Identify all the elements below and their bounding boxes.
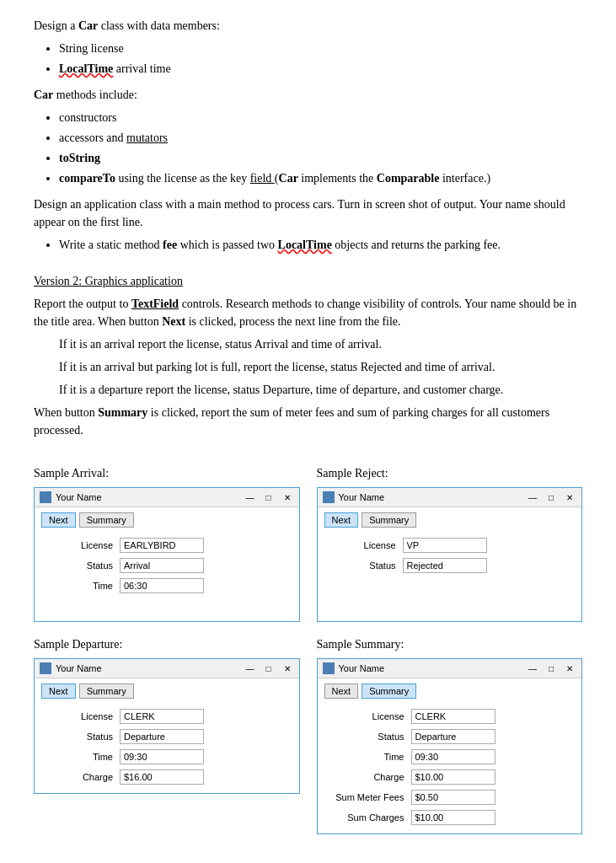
summary-button[interactable]: Summary [79, 512, 134, 528]
list-item: constructors [59, 109, 582, 126]
car-methods-list: constructors accessors and mutators toSt… [59, 109, 582, 187]
car-methods-label: Car methods include: [34, 86, 582, 104]
field-row-license: License [50, 538, 292, 553]
section-app-design: Design an application class with a main … [34, 196, 582, 254]
condition1: If it is an arrival report the license, … [59, 335, 582, 353]
list-item: toString [59, 149, 582, 167]
field-row-charge: Charge [333, 769, 576, 785]
samples-row-1: Sample Arrival: Your Name — □ ✕ Next [34, 464, 582, 622]
close-button[interactable]: ✕ [281, 662, 294, 675]
win-toolbar: Next Summary [41, 512, 292, 528]
win-title-text: Your Name [56, 663, 102, 673]
field-label-status: Status [333, 732, 404, 742]
maximize-button[interactable]: □ [262, 490, 276, 504]
car-intro: Design a Car class with data members: [34, 17, 582, 35]
maximize-button[interactable]: □ [544, 490, 558, 504]
next-button[interactable]: Next [41, 683, 76, 699]
field-row-charge: Charge [50, 769, 292, 785]
field-label-status: Status [333, 560, 396, 571]
field-input-license[interactable] [120, 538, 204, 553]
summary-text: When button Summary is clicked, report t… [34, 404, 582, 439]
field-input-sum-meter[interactable] [411, 790, 495, 805]
win-body: Next Summary License Status T [35, 678, 299, 793]
sample-summary-window: Your Name — □ ✕ Next Summary [317, 658, 583, 834]
field-input-status[interactable] [411, 729, 495, 744]
win-title-left: Your Name [40, 662, 102, 674]
field-input-sum-charges[interactable] [411, 810, 495, 825]
field-row-license: License [333, 538, 576, 553]
field-label-license: License [50, 711, 113, 721]
field-input-license[interactable] [411, 709, 495, 724]
field-input-license[interactable] [120, 709, 204, 724]
win-toolbar: Next Summary [41, 683, 292, 699]
win-title-text: Your Name [339, 663, 385, 673]
version2-label: Version 2: Graphics application [34, 272, 582, 290]
field-label-time: Time [50, 752, 113, 762]
field-label-license: License [333, 540, 396, 550]
win-body: Next Summary License Status [318, 507, 582, 582]
win-fields: License Status Time Charge [324, 709, 576, 825]
close-button[interactable]: ✕ [281, 490, 294, 504]
field-label-license: License [50, 540, 113, 550]
field-input-time[interactable] [120, 578, 204, 593]
list-item: LocalTime arrival time [59, 60, 582, 78]
sample-departure-label: Sample Departure: [34, 635, 300, 653]
field-row-status: Status [50, 558, 292, 573]
field-input-time[interactable] [120, 749, 204, 764]
field-label-time: Time [50, 581, 113, 591]
field-input-charge[interactable] [120, 769, 204, 785]
field-row-time: Time [50, 749, 292, 764]
version2-text1: Report the output to TextField controls.… [34, 295, 582, 330]
field-row-time: Time [50, 578, 292, 593]
version2-conditions: If it is an arrival report the license, … [59, 335, 582, 399]
field-input-status[interactable] [120, 729, 204, 744]
close-button[interactable]: ✕ [563, 662, 576, 675]
win-controls: — □ ✕ [244, 662, 294, 675]
page-number: 4 [594, 860, 600, 863]
win-titlebar: Your Name — □ ✕ [318, 488, 582, 507]
minimize-button[interactable]: — [526, 662, 539, 675]
next-button[interactable]: Next [41, 512, 76, 528]
win-titlebar: Your Name — □ ✕ [35, 659, 299, 678]
section-version2: Version 2: Graphics application Report t… [34, 272, 582, 439]
close-button[interactable]: ✕ [563, 490, 576, 504]
field-label-time: Time [333, 752, 404, 762]
win-titlebar: Your Name — □ ✕ [35, 488, 299, 507]
next-button[interactable]: Next [324, 683, 359, 699]
condition2: If it is an arrival but parking lot is f… [59, 358, 582, 376]
list-item: String license [59, 40, 582, 57]
field-label-charge: Charge [50, 772, 113, 782]
section-car-methods: Car methods include: constructors access… [34, 86, 582, 187]
win-title-text: Your Name [56, 492, 102, 502]
field-label-charge: Charge [333, 772, 404, 782]
field-label-status: Status [50, 732, 113, 742]
field-input-charge[interactable] [411, 769, 495, 785]
minimize-button[interactable]: — [244, 662, 257, 675]
win-fields: License Status Time [41, 538, 292, 593]
samples-row-2: Sample Departure: Your Name — □ ✕ Next [34, 635, 582, 834]
summary-button[interactable]: Summary [362, 512, 416, 528]
field-row-sum-charges: Sum Charges [333, 810, 576, 825]
win-controls: — □ ✕ [244, 490, 294, 504]
win-body: Next Summary License Status T [35, 507, 299, 602]
sample-arrival-block: Sample Arrival: Your Name — □ ✕ Next [34, 464, 300, 622]
next-button[interactable]: Next [324, 512, 359, 528]
maximize-button[interactable]: □ [262, 662, 276, 675]
summary-button[interactable]: Summary [362, 683, 416, 699]
field-input-license[interactable] [403, 538, 487, 553]
summary-button[interactable]: Summary [79, 683, 134, 699]
minimize-button[interactable]: — [244, 490, 257, 504]
sample-arrival-window: Your Name — □ ✕ Next Summary [34, 487, 300, 622]
minimize-button[interactable]: — [526, 490, 539, 504]
maximize-button[interactable]: □ [544, 662, 558, 675]
field-input-time[interactable] [411, 749, 495, 764]
win-icon [40, 662, 51, 674]
field-input-status[interactable] [120, 558, 204, 573]
field-label-license: License [333, 711, 404, 721]
win-icon [40, 491, 51, 503]
car-bold: Car [78, 19, 98, 32]
sample-departure-block: Sample Departure: Your Name — □ ✕ Next [34, 635, 300, 834]
field-label-sum-meter: Sum Meter Fees [333, 792, 404, 802]
field-input-status[interactable] [403, 558, 487, 573]
field-row-license: License [333, 709, 576, 724]
